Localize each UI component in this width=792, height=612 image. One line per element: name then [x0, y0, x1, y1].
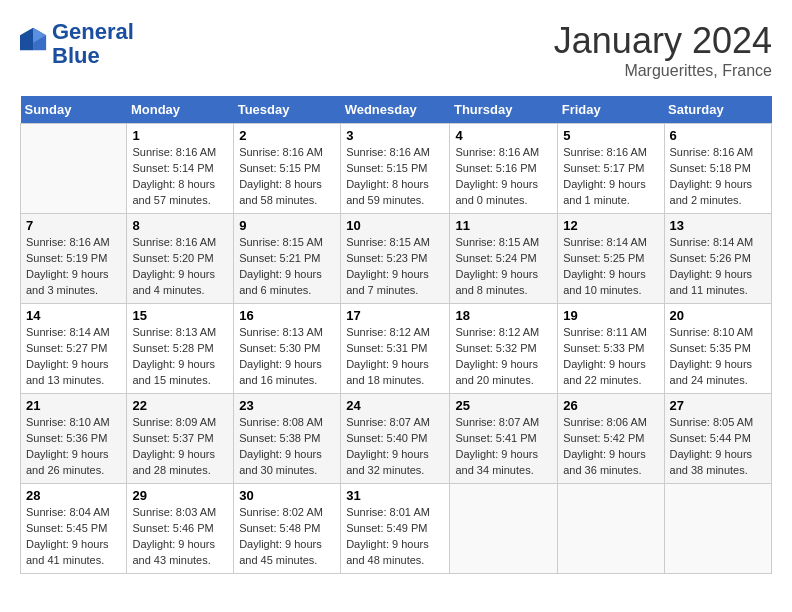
day-info: Sunrise: 8:07 AM Sunset: 5:41 PM Dayligh… — [455, 415, 552, 479]
calendar-cell: 8Sunrise: 8:16 AM Sunset: 5:20 PM Daylig… — [127, 214, 234, 304]
day-number: 16 — [239, 308, 335, 323]
calendar-cell: 3Sunrise: 8:16 AM Sunset: 5:15 PM Daylig… — [341, 124, 450, 214]
calendar-cell: 6Sunrise: 8:16 AM Sunset: 5:18 PM Daylig… — [664, 124, 771, 214]
day-number: 26 — [563, 398, 658, 413]
day-number: 29 — [132, 488, 228, 503]
day-info: Sunrise: 8:10 AM Sunset: 5:36 PM Dayligh… — [26, 415, 121, 479]
day-info: Sunrise: 8:10 AM Sunset: 5:35 PM Dayligh… — [670, 325, 766, 389]
day-number: 12 — [563, 218, 658, 233]
day-info: Sunrise: 8:15 AM Sunset: 5:21 PM Dayligh… — [239, 235, 335, 299]
day-info: Sunrise: 8:15 AM Sunset: 5:23 PM Dayligh… — [346, 235, 444, 299]
calendar-cell: 23Sunrise: 8:08 AM Sunset: 5:38 PM Dayli… — [234, 394, 341, 484]
day-number: 7 — [26, 218, 121, 233]
calendar-cell: 9Sunrise: 8:15 AM Sunset: 5:21 PM Daylig… — [234, 214, 341, 304]
day-number: 31 — [346, 488, 444, 503]
column-header-saturday: Saturday — [664, 96, 771, 124]
day-number: 18 — [455, 308, 552, 323]
day-number: 19 — [563, 308, 658, 323]
column-header-wednesday: Wednesday — [341, 96, 450, 124]
day-info: Sunrise: 8:06 AM Sunset: 5:42 PM Dayligh… — [563, 415, 658, 479]
column-header-monday: Monday — [127, 96, 234, 124]
day-number: 2 — [239, 128, 335, 143]
calendar-cell: 27Sunrise: 8:05 AM Sunset: 5:44 PM Dayli… — [664, 394, 771, 484]
day-number: 5 — [563, 128, 658, 143]
column-header-sunday: Sunday — [21, 96, 127, 124]
calendar-cell: 21Sunrise: 8:10 AM Sunset: 5:36 PM Dayli… — [21, 394, 127, 484]
calendar-table: SundayMondayTuesdayWednesdayThursdayFrid… — [20, 96, 772, 574]
day-info: Sunrise: 8:13 AM Sunset: 5:28 PM Dayligh… — [132, 325, 228, 389]
day-info: Sunrise: 8:08 AM Sunset: 5:38 PM Dayligh… — [239, 415, 335, 479]
day-number: 23 — [239, 398, 335, 413]
calendar-cell: 4Sunrise: 8:16 AM Sunset: 5:16 PM Daylig… — [450, 124, 558, 214]
calendar-cell: 26Sunrise: 8:06 AM Sunset: 5:42 PM Dayli… — [558, 394, 664, 484]
day-number: 15 — [132, 308, 228, 323]
calendar-cell: 7Sunrise: 8:16 AM Sunset: 5:19 PM Daylig… — [21, 214, 127, 304]
day-number: 13 — [670, 218, 766, 233]
calendar-cell: 14Sunrise: 8:14 AM Sunset: 5:27 PM Dayli… — [21, 304, 127, 394]
day-number: 4 — [455, 128, 552, 143]
day-info: Sunrise: 8:16 AM Sunset: 5:16 PM Dayligh… — [455, 145, 552, 209]
calendar-cell: 15Sunrise: 8:13 AM Sunset: 5:28 PM Dayli… — [127, 304, 234, 394]
logo-line1: General — [52, 20, 134, 44]
logo-line2: Blue — [52, 44, 134, 68]
day-info: Sunrise: 8:16 AM Sunset: 5:20 PM Dayligh… — [132, 235, 228, 299]
day-number: 17 — [346, 308, 444, 323]
calendar-cell: 12Sunrise: 8:14 AM Sunset: 5:25 PM Dayli… — [558, 214, 664, 304]
day-number: 28 — [26, 488, 121, 503]
day-number: 3 — [346, 128, 444, 143]
week-row-3: 14Sunrise: 8:14 AM Sunset: 5:27 PM Dayli… — [21, 304, 772, 394]
calendar-cell: 1Sunrise: 8:16 AM Sunset: 5:14 PM Daylig… — [127, 124, 234, 214]
calendar-cell: 16Sunrise: 8:13 AM Sunset: 5:30 PM Dayli… — [234, 304, 341, 394]
logo-icon — [20, 26, 48, 54]
calendar-cell: 2Sunrise: 8:16 AM Sunset: 5:15 PM Daylig… — [234, 124, 341, 214]
week-row-4: 21Sunrise: 8:10 AM Sunset: 5:36 PM Dayli… — [21, 394, 772, 484]
calendar-cell — [450, 484, 558, 574]
calendar-cell: 10Sunrise: 8:15 AM Sunset: 5:23 PM Dayli… — [341, 214, 450, 304]
calendar-cell: 24Sunrise: 8:07 AM Sunset: 5:40 PM Dayli… — [341, 394, 450, 484]
day-info: Sunrise: 8:01 AM Sunset: 5:49 PM Dayligh… — [346, 505, 444, 569]
day-info: Sunrise: 8:14 AM Sunset: 5:26 PM Dayligh… — [670, 235, 766, 299]
day-info: Sunrise: 8:12 AM Sunset: 5:32 PM Dayligh… — [455, 325, 552, 389]
logo: General Blue — [20, 20, 134, 68]
day-info: Sunrise: 8:04 AM Sunset: 5:45 PM Dayligh… — [26, 505, 121, 569]
day-number: 21 — [26, 398, 121, 413]
header-row: SundayMondayTuesdayWednesdayThursdayFrid… — [21, 96, 772, 124]
day-number: 24 — [346, 398, 444, 413]
day-number: 25 — [455, 398, 552, 413]
calendar-cell: 31Sunrise: 8:01 AM Sunset: 5:49 PM Dayli… — [341, 484, 450, 574]
day-info: Sunrise: 8:15 AM Sunset: 5:24 PM Dayligh… — [455, 235, 552, 299]
day-number: 6 — [670, 128, 766, 143]
page-header: General Blue January 2024 Marguerittes, … — [20, 20, 772, 80]
day-info: Sunrise: 8:12 AM Sunset: 5:31 PM Dayligh… — [346, 325, 444, 389]
calendar-cell: 29Sunrise: 8:03 AM Sunset: 5:46 PM Dayli… — [127, 484, 234, 574]
calendar-cell: 30Sunrise: 8:02 AM Sunset: 5:48 PM Dayli… — [234, 484, 341, 574]
calendar-cell: 19Sunrise: 8:11 AM Sunset: 5:33 PM Dayli… — [558, 304, 664, 394]
day-info: Sunrise: 8:07 AM Sunset: 5:40 PM Dayligh… — [346, 415, 444, 479]
day-info: Sunrise: 8:16 AM Sunset: 5:19 PM Dayligh… — [26, 235, 121, 299]
day-number: 27 — [670, 398, 766, 413]
day-info: Sunrise: 8:14 AM Sunset: 5:25 PM Dayligh… — [563, 235, 658, 299]
day-info: Sunrise: 8:03 AM Sunset: 5:46 PM Dayligh… — [132, 505, 228, 569]
month-title: January 2024 — [554, 20, 772, 62]
day-number: 30 — [239, 488, 335, 503]
column-header-friday: Friday — [558, 96, 664, 124]
calendar-cell: 25Sunrise: 8:07 AM Sunset: 5:41 PM Dayli… — [450, 394, 558, 484]
svg-marker-1 — [20, 28, 33, 50]
day-number: 22 — [132, 398, 228, 413]
calendar-cell: 22Sunrise: 8:09 AM Sunset: 5:37 PM Dayli… — [127, 394, 234, 484]
day-info: Sunrise: 8:16 AM Sunset: 5:18 PM Dayligh… — [670, 145, 766, 209]
column-header-tuesday: Tuesday — [234, 96, 341, 124]
calendar-cell — [664, 484, 771, 574]
calendar-cell: 5Sunrise: 8:16 AM Sunset: 5:17 PM Daylig… — [558, 124, 664, 214]
day-number: 1 — [132, 128, 228, 143]
day-info: Sunrise: 8:16 AM Sunset: 5:15 PM Dayligh… — [346, 145, 444, 209]
calendar-cell — [558, 484, 664, 574]
calendar-cell: 17Sunrise: 8:12 AM Sunset: 5:31 PM Dayli… — [341, 304, 450, 394]
day-number: 9 — [239, 218, 335, 233]
day-number: 20 — [670, 308, 766, 323]
day-number: 8 — [132, 218, 228, 233]
day-number: 14 — [26, 308, 121, 323]
day-info: Sunrise: 8:13 AM Sunset: 5:30 PM Dayligh… — [239, 325, 335, 389]
day-info: Sunrise: 8:14 AM Sunset: 5:27 PM Dayligh… — [26, 325, 121, 389]
day-number: 10 — [346, 218, 444, 233]
